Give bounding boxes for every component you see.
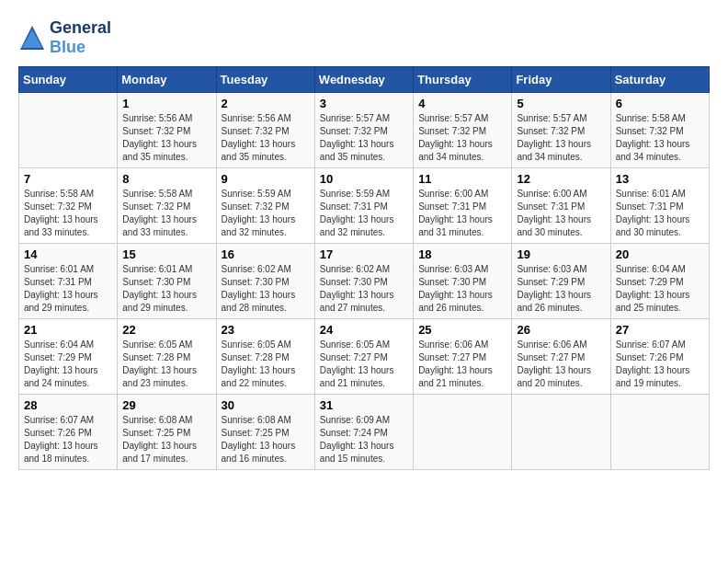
sunset-label: Sunset: 7:32 PM	[24, 201, 92, 212]
calendar-cell	[19, 93, 118, 168]
day-info: Sunrise: 5:57 AM Sunset: 7:32 PM Dayligh…	[517, 112, 605, 164]
weekday-header-monday: Monday	[118, 67, 216, 93]
header: General Blue	[18, 18, 710, 57]
day-number: 31	[320, 398, 408, 412]
sunrise-label: Sunrise: 6:00 AM	[517, 189, 586, 199]
calendar-cell: 19 Sunrise: 6:03 AM Sunset: 7:29 PM Dayl…	[512, 244, 610, 319]
weekday-header-saturday: Saturday	[610, 67, 709, 93]
sunrise-label: Sunrise: 6:01 AM	[616, 189, 686, 199]
sunrise-label: Sunrise: 5:58 AM	[616, 113, 686, 123]
logo-text-line2: Blue	[50, 38, 111, 57]
sunset-label: Sunset: 7:31 PM	[517, 201, 585, 212]
svg-marker-1	[22, 29, 42, 48]
day-number: 13	[616, 172, 704, 186]
sunset-label: Sunset: 7:32 PM	[222, 201, 290, 212]
calendar-cell: 4 Sunrise: 5:57 AM Sunset: 7:32 PM Dayli…	[414, 93, 512, 168]
sunset-label: Sunset: 7:31 PM	[616, 201, 684, 212]
sunrise-label: Sunrise: 5:57 AM	[517, 113, 586, 123]
daylight-label: Daylight: 13 hours and 20 minutes.	[517, 365, 591, 388]
calendar-cell: 2 Sunrise: 5:56 AM Sunset: 7:32 PM Dayli…	[216, 93, 314, 168]
sunset-label: Sunset: 7:27 PM	[320, 352, 388, 362]
sunset-label: Sunset: 7:27 PM	[517, 352, 585, 362]
sunrise-label: Sunrise: 5:58 AM	[122, 189, 192, 199]
day-info: Sunrise: 5:56 AM Sunset: 7:32 PM Dayligh…	[122, 112, 210, 164]
sunrise-label: Sunrise: 6:08 AM	[222, 415, 291, 425]
sunset-label: Sunset: 7:25 PM	[122, 428, 190, 438]
day-info: Sunrise: 5:59 AM Sunset: 7:32 PM Dayligh…	[222, 188, 310, 239]
calendar-cell: 17 Sunrise: 6:02 AM Sunset: 7:30 PM Dayl…	[314, 244, 413, 319]
logo-icon	[18, 24, 46, 52]
daylight-label: Daylight: 13 hours and 32 minutes.	[222, 214, 296, 237]
weekday-header-row: SundayMondayTuesdayWednesdayThursdayFrid…	[19, 67, 710, 93]
day-number: 10	[320, 172, 408, 186]
sunrise-label: Sunrise: 6:05 AM	[222, 339, 291, 350]
day-info: Sunrise: 5:57 AM Sunset: 7:32 PM Dayligh…	[320, 112, 408, 164]
calendar-cell: 24 Sunrise: 6:05 AM Sunset: 7:27 PM Dayl…	[314, 319, 413, 395]
day-number: 20	[616, 247, 704, 261]
sunrise-label: Sunrise: 6:04 AM	[24, 339, 94, 350]
sunset-label: Sunset: 7:32 PM	[616, 126, 684, 136]
weekday-header-friday: Friday	[512, 67, 610, 93]
day-number: 6	[616, 97, 704, 110]
sunset-label: Sunset: 7:29 PM	[24, 352, 92, 362]
sunrise-label: Sunrise: 6:08 AM	[122, 415, 192, 425]
daylight-label: Daylight: 13 hours and 23 minutes.	[122, 365, 197, 388]
sunrise-label: Sunrise: 5:57 AM	[320, 113, 390, 123]
daylight-label: Daylight: 13 hours and 22 minutes.	[222, 365, 296, 388]
sunrise-label: Sunrise: 5:56 AM	[222, 113, 291, 123]
calendar-cell	[414, 395, 512, 470]
daylight-label: Daylight: 13 hours and 35 minutes.	[320, 139, 394, 162]
sunrise-label: Sunrise: 6:07 AM	[616, 339, 686, 350]
calendar-cell: 31 Sunrise: 6:09 AM Sunset: 7:24 PM Dayl…	[314, 395, 413, 470]
day-info: Sunrise: 6:02 AM Sunset: 7:30 PM Dayligh…	[222, 263, 310, 315]
calendar-cell: 16 Sunrise: 6:02 AM Sunset: 7:30 PM Dayl…	[216, 244, 314, 319]
day-info: Sunrise: 6:06 AM Sunset: 7:27 PM Dayligh…	[418, 339, 506, 390]
calendar-cell: 27 Sunrise: 6:07 AM Sunset: 7:26 PM Dayl…	[610, 319, 709, 395]
daylight-label: Daylight: 13 hours and 29 minutes.	[122, 290, 197, 313]
sunset-label: Sunset: 7:32 PM	[320, 126, 388, 136]
sunset-label: Sunset: 7:32 PM	[122, 126, 190, 136]
day-number: 11	[418, 172, 506, 186]
day-info: Sunrise: 6:07 AM Sunset: 7:26 PM Dayligh…	[24, 414, 112, 465]
sunrise-label: Sunrise: 5:59 AM	[222, 189, 291, 199]
weekday-header-thursday: Thursday	[414, 67, 512, 93]
daylight-label: Daylight: 13 hours and 30 minutes.	[517, 214, 591, 237]
calendar-cell: 22 Sunrise: 6:05 AM Sunset: 7:28 PM Dayl…	[118, 319, 216, 395]
calendar-cell: 10 Sunrise: 5:59 AM Sunset: 7:31 PM Dayl…	[314, 168, 413, 244]
daylight-label: Daylight: 13 hours and 34 minutes.	[517, 139, 591, 162]
calendar-cell: 30 Sunrise: 6:08 AM Sunset: 7:25 PM Dayl…	[216, 395, 314, 470]
daylight-label: Daylight: 13 hours and 32 minutes.	[320, 214, 394, 237]
sunrise-label: Sunrise: 5:56 AM	[122, 113, 192, 123]
sunset-label: Sunset: 7:31 PM	[24, 277, 92, 287]
day-number: 17	[320, 247, 408, 261]
day-info: Sunrise: 6:05 AM Sunset: 7:27 PM Dayligh…	[320, 339, 408, 390]
day-info: Sunrise: 6:00 AM Sunset: 7:31 PM Dayligh…	[418, 188, 506, 239]
calendar-week-row: 14 Sunrise: 6:01 AM Sunset: 7:31 PM Dayl…	[19, 244, 710, 319]
calendar-cell: 5 Sunrise: 5:57 AM Sunset: 7:32 PM Dayli…	[512, 93, 610, 168]
daylight-label: Daylight: 13 hours and 16 minutes.	[222, 441, 296, 464]
calendar-cell	[610, 395, 709, 470]
calendar-cell: 12 Sunrise: 6:00 AM Sunset: 7:31 PM Dayl…	[512, 168, 610, 244]
sunrise-label: Sunrise: 6:03 AM	[517, 264, 586, 274]
sunset-label: Sunset: 7:28 PM	[122, 352, 190, 362]
calendar-cell: 1 Sunrise: 5:56 AM Sunset: 7:32 PM Dayli…	[118, 93, 216, 168]
logo: General Blue	[18, 18, 111, 57]
daylight-label: Daylight: 13 hours and 18 minutes.	[24, 441, 98, 464]
daylight-label: Daylight: 13 hours and 24 minutes.	[24, 365, 98, 388]
calendar-week-row: 1 Sunrise: 5:56 AM Sunset: 7:32 PM Dayli…	[19, 93, 710, 168]
daylight-label: Daylight: 13 hours and 33 minutes.	[122, 214, 197, 237]
sunset-label: Sunset: 7:25 PM	[222, 428, 290, 438]
daylight-label: Daylight: 13 hours and 31 minutes.	[418, 214, 493, 237]
day-number: 25	[418, 323, 506, 337]
sunset-label: Sunset: 7:30 PM	[320, 277, 388, 287]
daylight-label: Daylight: 13 hours and 28 minutes.	[222, 290, 296, 313]
day-info: Sunrise: 6:01 AM Sunset: 7:30 PM Dayligh…	[122, 263, 210, 315]
day-info: Sunrise: 6:03 AM Sunset: 7:29 PM Dayligh…	[517, 263, 605, 315]
day-number: 23	[222, 323, 310, 337]
day-number: 28	[24, 398, 112, 412]
day-info: Sunrise: 5:58 AM Sunset: 7:32 PM Dayligh…	[122, 188, 210, 239]
day-info: Sunrise: 6:01 AM Sunset: 7:31 PM Dayligh…	[616, 188, 704, 239]
day-info: Sunrise: 6:03 AM Sunset: 7:30 PM Dayligh…	[418, 263, 506, 315]
daylight-label: Daylight: 13 hours and 35 minutes.	[222, 139, 296, 162]
daylight-label: Daylight: 13 hours and 34 minutes.	[616, 139, 690, 162]
